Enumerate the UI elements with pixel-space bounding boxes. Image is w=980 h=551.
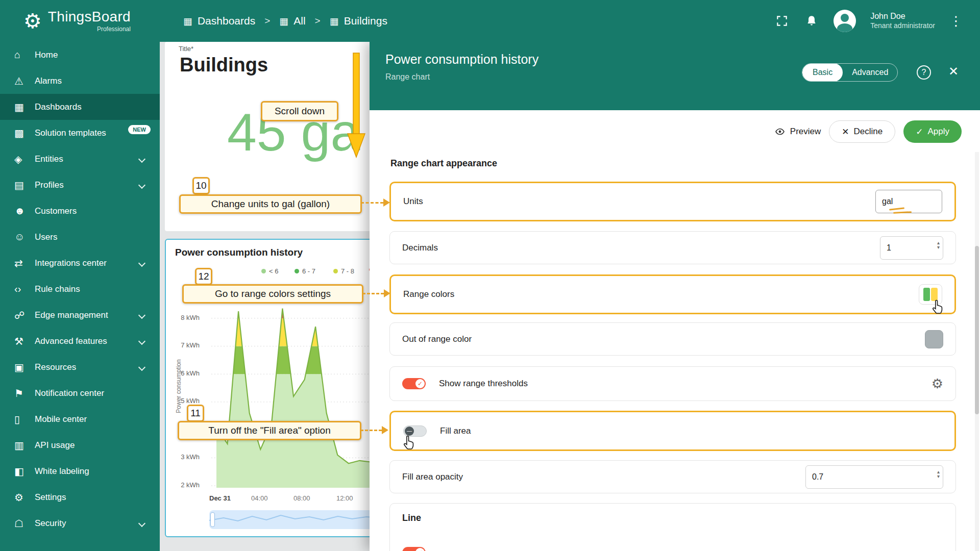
legend-item[interactable]: 6 - 7 — [295, 267, 315, 275]
line-section-card: Line ✓ — [389, 503, 956, 551]
sidebar-item-security[interactable]: ☖Security — [0, 510, 160, 536]
breadcrumb-separator: > — [264, 15, 270, 27]
range-colors-swatch-button[interactable] — [919, 284, 942, 305]
toggle-thumb-check-icon: ✓ — [415, 379, 425, 388]
toggle-thumb-check-icon: ✓ — [415, 548, 425, 551]
sidebar-item-notification-center[interactable]: ⚑Notification center — [0, 380, 160, 406]
brand-logo-block[interactable]: ⚙ ThingsBoard Professional — [0, 9, 160, 32]
stepper-down-icon: ▾ — [937, 474, 940, 479]
security-shield-icon: ☖ — [14, 517, 35, 530]
scrollbar-thumb[interactable] — [975, 246, 979, 414]
decimals-input[interactable] — [880, 243, 943, 253]
widget-settings-panel: Power consumption history Range chart Ba… — [370, 42, 980, 551]
sidebar-item-users[interactable]: ☺Users — [0, 224, 160, 250]
sidebar-item-integrations-center[interactable]: ⇄Integrations center — [0, 250, 160, 276]
preview-button[interactable]: Preview — [774, 127, 821, 137]
value-widget-reading: 45 ga — [227, 102, 360, 163]
thresholds-settings-gear-icon[interactable]: ⚙ — [932, 376, 943, 392]
y-tick-label: 2 kWh — [166, 481, 200, 490]
show-range-thresholds-toggle[interactable]: ✓ — [402, 378, 426, 389]
fill-area-opacity-label: Fill area opacity — [402, 472, 463, 482]
notification-flag-icon: ⚑ — [14, 387, 35, 399]
power-consumption-widget[interactable]: Power consumption history < 6 6 - 7 7 - … — [165, 239, 370, 537]
panel-header: Power consumption history Range chart Ba… — [370, 42, 980, 110]
check-icon: ✓ — [916, 127, 923, 137]
rule-chains-icon: ‹› — [14, 283, 35, 295]
breadcrumb-buildings[interactable]: ▦ Buildings — [330, 15, 387, 27]
units-input[interactable] — [876, 197, 942, 206]
panel-subtitle: Range chart — [385, 72, 430, 82]
out-of-range-color-swatch[interactable] — [925, 330, 943, 348]
range-selector-handle[interactable] — [210, 512, 215, 527]
breadcrumb-all[interactable]: ▦ All — [279, 15, 305, 27]
sidebar-item-entities[interactable]: ◈Entities — [0, 146, 160, 172]
sidebar: ⌂Home ⚠Alarms ▦Dashboards ▩Solution temp… — [0, 42, 160, 551]
sidebar-item-solution-templates[interactable]: ▩Solution templatesNEW — [0, 120, 160, 146]
x-tick-label: 04:00 — [251, 494, 268, 502]
profiles-icon: ▤ — [14, 179, 35, 191]
tab-advanced[interactable]: Advanced — [843, 68, 897, 77]
sidebar-item-home[interactable]: ⌂Home — [0, 42, 160, 68]
green-swatch — [923, 288, 930, 301]
fullscreen-button[interactable] — [774, 13, 790, 29]
mobile-icon: ▯ — [14, 413, 35, 425]
fill-area-opacity-input[interactable] — [806, 472, 943, 482]
brand-subtitle: Professional — [48, 26, 131, 33]
dashboard-grid-icon: ▦ — [330, 15, 339, 27]
user-role: Tenant administrator — [870, 21, 935, 31]
help-button[interactable]: ? — [917, 65, 931, 80]
sidebar-item-edge-management[interactable]: ☍Edge management — [0, 302, 160, 328]
range-colors-label: Range colors — [403, 289, 454, 299]
sidebar-item-settings[interactable]: ⚙Settings — [0, 484, 160, 510]
user-avatar[interactable] — [834, 10, 856, 32]
legend-item[interactable]: 7 - 8 — [333, 267, 354, 275]
decline-button[interactable]: ✕Decline — [829, 120, 895, 143]
yellow-swatch — [931, 288, 938, 301]
y-tick-label: 4 kWh — [166, 425, 200, 434]
sidebar-item-customers[interactable]: ☻Customers — [0, 198, 160, 224]
power-consumption-chart — [205, 307, 370, 491]
time-range-selector[interactable] — [209, 510, 370, 529]
kebab-menu-button[interactable]: ⋮ — [949, 13, 963, 29]
legend-item[interactable]: < 6 — [261, 267, 278, 275]
sidebar-item-api-usage[interactable]: ▥API usage — [0, 432, 160, 458]
sidebar-item-advanced-features[interactable]: ⚒Advanced features — [0, 328, 160, 354]
dashboard-grid-icon: ▦ — [279, 15, 288, 27]
y-tick-label: 7 kWh — [166, 341, 200, 350]
title-field-label: Title* — [179, 45, 193, 53]
thingsboard-app: ⚙ ThingsBoard Professional ▦ Dashboards … — [0, 0, 980, 551]
apply-button[interactable]: ✓Apply — [903, 120, 962, 143]
dashboard-title-value[interactable]: Buildings — [180, 54, 268, 76]
tab-basic[interactable]: Basic — [802, 63, 843, 82]
alarm-warning-icon: ⚠ — [14, 75, 35, 87]
opacity-stepper[interactable]: ▴▾ — [937, 469, 940, 479]
users-icon: ☺ — [14, 231, 35, 243]
legend-dot — [333, 269, 338, 273]
show-line-toggle[interactable]: ✓ — [402, 547, 426, 551]
chevron-down-icon — [138, 259, 145, 266]
range-colors-row: Range colors — [389, 274, 956, 314]
fill-area-label: Fill area — [440, 426, 471, 436]
close-icon[interactable]: ✕ — [948, 64, 959, 79]
sidebar-item-alarms[interactable]: ⚠Alarms — [0, 68, 160, 94]
dashboard-title-widget[interactable]: Title* Buildings 45 ga — [165, 42, 370, 231]
sidebar-item-resources[interactable]: ▣Resources — [0, 354, 160, 380]
sidebar-item-mobile-center[interactable]: ▯Mobile center — [0, 406, 160, 432]
breadcrumb-dashboards[interactable]: ▦ Dashboards — [183, 15, 255, 27]
breadcrumb: ▦ Dashboards > ▦ All > ▦ Buildings — [183, 15, 387, 27]
show-range-thresholds-label: Show range thresholds — [439, 379, 528, 389]
white-labeling-icon: ◧ — [14, 465, 35, 478]
decimals-stepper[interactable]: ▴▾ — [937, 240, 940, 249]
chevron-down-icon — [138, 181, 145, 188]
chevron-down-icon — [138, 155, 145, 162]
widget-title: Power consumption history — [175, 247, 303, 258]
y-tick-label: 3 kWh — [166, 453, 200, 462]
notifications-button[interactable] — [804, 13, 819, 29]
show-range-thresholds-row: ✓ Show range thresholds ⚙ — [389, 366, 956, 401]
solution-templates-icon: ▩ — [14, 127, 35, 139]
fill-area-toggle[interactable]: — — [403, 425, 427, 437]
sidebar-item-rule-chains[interactable]: ‹›Rule chains — [0, 276, 160, 302]
sidebar-item-dashboards[interactable]: ▦Dashboards — [0, 94, 160, 120]
sidebar-item-white-labeling[interactable]: ◧White labeling — [0, 458, 160, 484]
sidebar-item-profiles[interactable]: ▤Profiles — [0, 172, 160, 198]
